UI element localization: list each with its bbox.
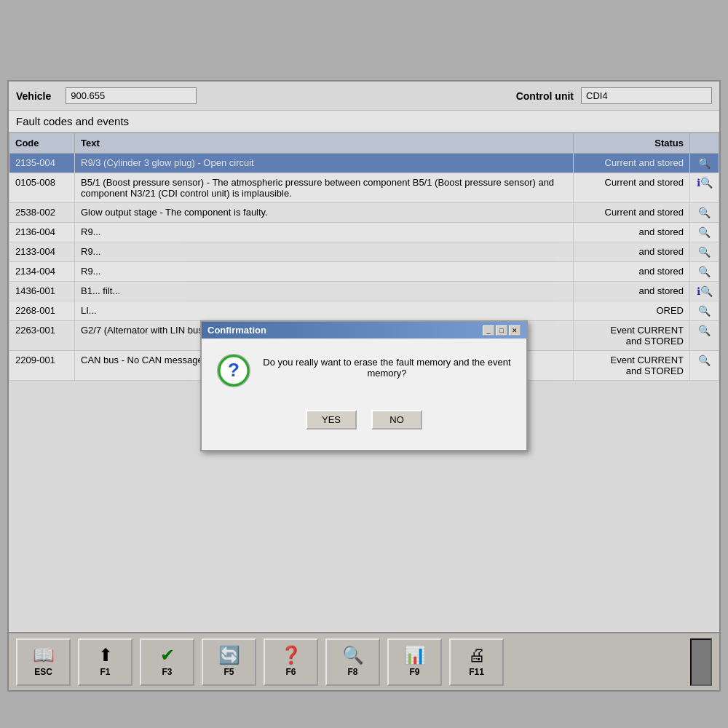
modal-restore-button[interactable]: □ <box>496 325 507 336</box>
no-button[interactable]: NO <box>371 410 422 430</box>
confirmation-dialog: Confirmation _ □ ✕ ? Do you really want … <box>200 320 528 451</box>
modal-titlebar: Confirmation _ □ ✕ <box>202 322 526 339</box>
modal-overlay: Confirmation _ □ ✕ ? Do you really want … <box>0 0 728 728</box>
modal-close-button[interactable]: ✕ <box>509 325 521 336</box>
modal-body: ? Do you really want to erase the fault … <box>202 339 526 403</box>
yes-button[interactable]: YES <box>306 410 357 430</box>
modal-button-area: YES NO <box>202 403 526 444</box>
modal-controls: _ □ ✕ <box>483 325 521 336</box>
modal-minimize-button[interactable]: _ <box>483 325 494 336</box>
modal-message: Do you really want to erase the fault me… <box>263 357 510 379</box>
question-icon: ? <box>216 353 251 388</box>
svg-text:?: ? <box>228 359 240 381</box>
modal-message-area: Do you really want to erase the fault me… <box>262 353 512 379</box>
modal-title: Confirmation <box>207 325 266 336</box>
